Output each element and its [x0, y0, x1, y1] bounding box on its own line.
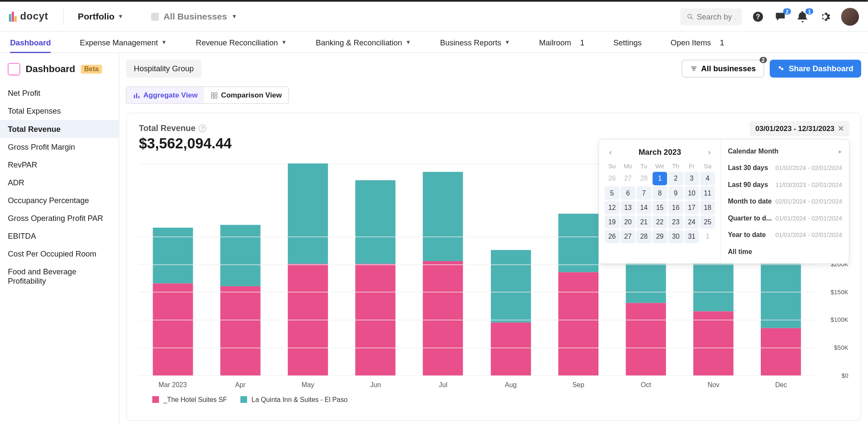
calendar-day[interactable]: 19 [605, 215, 620, 229]
y-tick: $150K [831, 288, 849, 295]
chat-icon[interactable]: 2 [774, 10, 787, 22]
bar-segment[interactable] [491, 323, 531, 376]
sidebar-item[interactable]: Total Expenses [0, 102, 119, 120]
nav-revenue[interactable]: Revenue Reconciliation▼ [196, 38, 287, 47]
calendar-day[interactable]: 20 [620, 215, 635, 229]
bar-column: Aug [477, 164, 545, 376]
calendar-day[interactable]: 1 [700, 230, 715, 243]
calendar-day[interactable]: 6 [620, 187, 635, 200]
breadcrumb-chip[interactable]: Hospitality Group [126, 60, 201, 78]
help-icon[interactable]: ? [752, 10, 764, 22]
calendar-day[interactable]: 30 [668, 230, 683, 243]
date-preset[interactable]: Last 30 days01/02/2024 - 02/01/2024 [721, 159, 849, 176]
date-preset[interactable]: All time [721, 243, 849, 260]
calendar-day[interactable]: 28 [637, 230, 651, 243]
comparison-view-button[interactable]: Comparison View [204, 87, 289, 103]
calendar-day[interactable]: 16 [668, 201, 683, 215]
nav-reports[interactable]: Business Reports▼ [440, 38, 510, 47]
calendar-day[interactable]: 3 [684, 172, 699, 185]
sidebar-item[interactable]: Net Profit [0, 84, 119, 102]
help-tooltip-icon[interactable]: ? [199, 124, 206, 132]
calendar-day[interactable]: 18 [700, 201, 715, 215]
calendar-day[interactable]: 12 [605, 201, 620, 215]
calendar-day[interactable]: 11 [700, 187, 715, 200]
bar-segment[interactable] [761, 261, 801, 328]
all-businesses-button[interactable]: All businesses 2 [682, 60, 764, 78]
search-input[interactable] [697, 12, 735, 21]
sidebar-item[interactable]: Gross Profit Margin [0, 138, 119, 156]
portfolio-dropdown[interactable]: Portfolio ▼ [78, 11, 123, 22]
calendar-day[interactable]: 29 [652, 230, 667, 243]
calendar-day[interactable]: 14 [637, 201, 651, 215]
bar-segment[interactable] [423, 261, 463, 376]
bar-segment[interactable] [761, 328, 801, 376]
calendar-day[interactable]: 27 [620, 230, 635, 243]
bar-segment[interactable] [558, 272, 598, 375]
aggregate-view-button[interactable]: Aggregate View [127, 87, 204, 103]
calendar-day[interactable]: 31 [684, 230, 699, 243]
sidebar-item[interactable]: Food and Beverage Profitability [0, 263, 119, 290]
bar-segment[interactable] [626, 303, 666, 376]
avatar[interactable] [841, 8, 859, 25]
calendar-day[interactable]: 5 [605, 187, 620, 200]
bar-segment[interactable] [491, 250, 531, 323]
calendar-day[interactable]: 2 [668, 172, 683, 185]
calendar-day[interactable]: 13 [620, 201, 635, 215]
calendar-day[interactable]: 7 [637, 187, 651, 200]
date-preset[interactable]: Year to date01/01/2024 - 02/01/2024 [721, 226, 849, 243]
bar-segment[interactable] [423, 172, 463, 261]
sidebar-item[interactable]: RevPAR [0, 156, 119, 173]
bar-column: Jul [409, 164, 477, 376]
prev-month-button[interactable]: ‹ [607, 147, 614, 156]
bar-segment[interactable] [356, 180, 396, 264]
calendar-day[interactable]: 25 [700, 215, 715, 229]
bar-segment[interactable] [220, 225, 261, 286]
calendar-day[interactable]: 4 [700, 172, 715, 185]
calendar-day[interactable]: 22 [652, 215, 667, 229]
next-month-button[interactable]: › [706, 147, 713, 156]
nav-settings[interactable]: Settings [613, 38, 642, 47]
share-button[interactable]: Share Dashboard [770, 60, 861, 78]
nav-banking[interactable]: Banking & Reconciliation▼ [316, 38, 411, 47]
date-preset[interactable]: Calendar Month▸ [721, 143, 849, 159]
nav-open-items[interactable]: Open Items 1 [670, 38, 724, 47]
close-icon[interactable]: ✕ [838, 124, 844, 133]
calendar-day[interactable]: 23 [668, 215, 683, 229]
calendar-day[interactable]: 15 [652, 201, 667, 215]
calendar-day[interactable]: 24 [684, 215, 699, 229]
calendar-day[interactable]: 28 [637, 172, 651, 185]
sidebar-item[interactable]: Gross Operating Profit PAR [0, 209, 119, 227]
date-range-chip[interactable]: 03/01/2023 - 12/31/2023 ✕ [750, 121, 849, 137]
calendar-day[interactable]: 26 [605, 172, 620, 185]
search-box[interactable] [681, 8, 742, 25]
sidebar-item[interactable]: Cost Per Occupied Room [0, 245, 119, 263]
logo[interactable]: docyt [9, 11, 48, 22]
date-preset[interactable]: Quarter to d...01/01/2024 - 02/01/2024 [721, 210, 849, 226]
calendar-day[interactable]: 27 [620, 172, 635, 185]
bar-segment[interactable] [153, 284, 193, 376]
nav-expense[interactable]: Expense Management▼ [80, 38, 167, 47]
calendar-day[interactable]: 9 [668, 187, 683, 200]
bell-icon[interactable]: 1 [796, 10, 809, 22]
nav-dashboard[interactable]: Dashboard [10, 38, 51, 53]
nav-mailroom[interactable]: Mailroom 1 [539, 38, 584, 47]
sidebar-item[interactable]: Total Revenue [0, 120, 119, 138]
calendar-day[interactable]: 1 [652, 172, 667, 185]
gear-icon[interactable] [819, 10, 831, 22]
calendar-day[interactable]: 26 [605, 230, 620, 243]
bar-segment[interactable] [558, 214, 598, 272]
bar-segment[interactable] [288, 164, 328, 264]
all-businesses-dropdown[interactable]: All Businesses ▼ [151, 11, 237, 22]
calendar-day[interactable]: 8 [652, 187, 667, 200]
calendar-day[interactable]: 17 [684, 201, 699, 215]
date-preset[interactable]: Month to date02/01/2024 - 02/01/2024 [721, 193, 849, 209]
bar-segment[interactable] [693, 311, 734, 375]
sidebar-item[interactable]: Occupancy Percentage [0, 191, 119, 209]
bar-segment[interactable] [220, 286, 261, 376]
sidebar-item[interactable]: EBITDA [0, 227, 119, 245]
sidebar-title: Dashboard [26, 64, 75, 75]
calendar-day[interactable]: 10 [684, 187, 699, 200]
date-preset[interactable]: Last 90 days11/03/2023 - 02/01/2024 [721, 176, 849, 193]
sidebar-item[interactable]: ADR [0, 173, 119, 191]
calendar-day[interactable]: 21 [637, 215, 651, 229]
